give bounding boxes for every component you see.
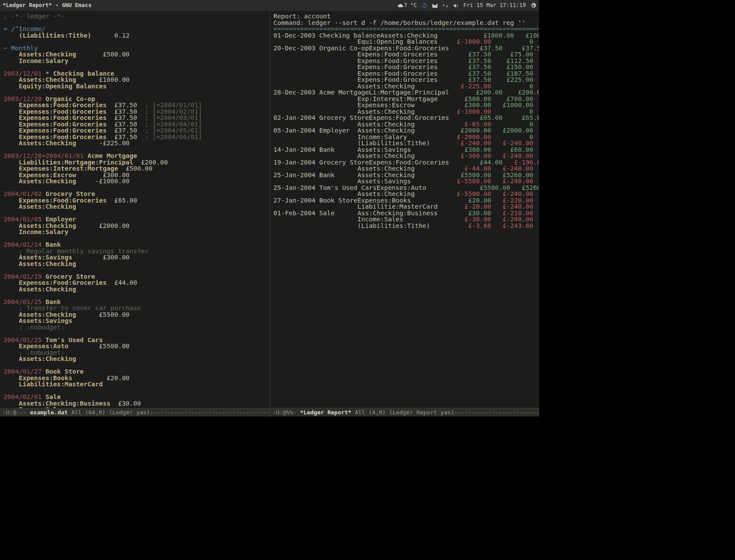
- modeline-pos: All (4,0) (Ledger Report yas): [355, 410, 454, 415]
- report-row: (Liabilities:Tithe) £-240.00 £-240.00: [273, 140, 536, 147]
- right-modeline[interactable]: -U:@%%- *Ledger Report* All (4,0) (Ledge…: [270, 408, 539, 416]
- ledger-line: ; :nobudget:: [4, 324, 266, 331]
- ledger-line: 2004/01/25 Bank: [4, 299, 266, 305]
- ledger-line: 2004/01/27 Book Store: [4, 368, 266, 375]
- ledger-line: ; Transfer to cover car purchase: [4, 305, 266, 312]
- left-modeline[interactable]: -U:@--- example.dat All (64,0) (Ledger y…: [0, 408, 270, 416]
- ledger-line: [4, 330, 266, 337]
- ledger-line: Expenses:Food:Groceries £37.50 ; [=2004/…: [4, 108, 266, 115]
- ledger-line: Assets:Checking: [4, 356, 266, 362]
- ledger-line: [4, 292, 266, 299]
- modeline-dashes: ----------------------------------------…: [150, 410, 270, 415]
- report-row: Assets:Checking £-65.00 0: [273, 121, 536, 128]
- right-buffer[interactable]: Report: accountCommand: ledger --sort d …: [270, 11, 539, 408]
- ledger-line: Assets:Checking -£1000.00: [4, 178, 266, 185]
- right-window[interactable]: Report: accountCommand: ledger --sort d …: [270, 11, 539, 416]
- ledger-line: 2003/12/20 Organic Co-op: [4, 96, 266, 102]
- ledger-line: [4, 185, 266, 191]
- ledger-line: [4, 147, 266, 153]
- modeline-prefix: -U:@---: [3, 410, 27, 415]
- ledger-line: Expenses:Auto £5500.00: [4, 343, 266, 350]
- left-buffer[interactable]: ; -*- ledger -*-= /^Income/ (Liabilities…: [0, 11, 270, 408]
- volume-icon[interactable]: [453, 3, 459, 9]
- ledger-line: Assets:Checking £500.00: [4, 51, 266, 58]
- ledger-line: 2004/01/02 Grocery Store: [4, 191, 266, 197]
- clock[interactable]: Fri 15 Mar 17:11:19: [463, 3, 526, 8]
- report-row: 01-Feb-2004 Sale Ass:Checking:Business £…: [273, 210, 536, 217]
- ledger-line: Income:Salary: [4, 58, 266, 64]
- report-row: 14-Jan-2004 Bank Assets:Savings £300.00 …: [273, 147, 536, 153]
- ledger-line: [4, 235, 266, 242]
- report-row: 25-Jan-2004 Bank Assets:Checking £5500.0…: [273, 172, 536, 178]
- ledger-line: [4, 210, 266, 217]
- ledger-line: Assets:Checking: [4, 203, 266, 210]
- ledger-line: Expenses:Books £20.00: [4, 375, 266, 382]
- ledger-line: Expenses:Food:Groceries £37.50 ; [=2004/…: [4, 134, 266, 140]
- emacs-frame: ; -*- ledger -*-= /^Income/ (Liabilities…: [0, 11, 539, 416]
- ledger-line: [4, 267, 266, 273]
- report-row: Liabilitie:MasterCard £-20.00 £-240.00: [273, 203, 536, 210]
- report-row: Assets:Checking £-225.00 0: [273, 83, 536, 90]
- ledger-line: 2003/12/28=2004/01/01 Acme Mortgage: [4, 153, 266, 159]
- ledger-line: 2004/01/19 Grocery Store: [4, 273, 266, 280]
- ledger-line: Equity:Opening Balances: [4, 83, 266, 90]
- mail-icon[interactable]: [432, 3, 438, 9]
- modeline-prefix: -U:@%%-: [273, 410, 297, 415]
- report-row: Expens:Food:Groceries £37.50 £112.50: [273, 58, 536, 64]
- ledger-line: [4, 388, 266, 394]
- report-row: Expens:Food:Groceries £37.50 £150.00: [273, 64, 536, 70]
- ledger-line: Liabilities:MasterCard: [4, 381, 266, 388]
- modeline-buffer-name: example.dat: [27, 410, 71, 415]
- ledger-line: 2004/01/25 Tom's Used Cars: [4, 337, 266, 343]
- ledger-line: Assets:Checking: [4, 286, 266, 293]
- desktop-panel: *Ledger Report* - GNU Emacs 7 °C Fri 15 …: [0, 0, 539, 11]
- ledger-line: ; -*- ledger -*-: [4, 13, 266, 20]
- weather-indicator[interactable]: 7 °C: [398, 3, 417, 9]
- left-window[interactable]: ; -*- ledger -*-= /^Income/ (Liabilities…: [0, 11, 270, 416]
- report-header: Command: ledger --sort d -f /home/borbus…: [273, 20, 536, 26]
- ledger-line: Assets:Checking £1000.00: [4, 77, 266, 83]
- refresh-icon[interactable]: [421, 3, 427, 9]
- ledger-line: Expenses:Food:Groceries £37.50 ; [=2004/…: [4, 127, 266, 134]
- ledger-line: Assets:Checking £5500.00: [4, 312, 266, 318]
- ledger-line: [4, 89, 266, 96]
- modeline-pos: All (64,0) (Ledger yas): [71, 410, 150, 415]
- report-row: Expens:Food:Groceries £37.50 £75.00: [273, 51, 536, 58]
- report-row: Expens:Food:Groceries £37.50 £187.50: [273, 70, 536, 77]
- report-row: 25-Jan-2004 Tom's Used CarsExpenses:Auto…: [273, 185, 536, 191]
- ledger-line: Expenses:Food:Groceries £37.50 ; [=2004/…: [4, 102, 266, 108]
- report-row: 19-Jan-2004 Grocery StoreExpens:Food:Gro…: [273, 159, 536, 166]
- report-rule: ========================================…: [273, 26, 536, 32]
- report-row: 01-Dec-2003 Checking balanceAssets:Check…: [273, 32, 536, 39]
- report-row: Expenses:Escrow £300.00 £1000.00: [273, 102, 536, 108]
- ledger-line: Expenses:Food:Groceries £44.00: [4, 280, 266, 286]
- system-tray[interactable]: 7 °C Fri 15 Mar 17:11:19: [398, 3, 536, 9]
- ledger-line: Expenses:Food:Groceries £37.50 ; [=2004/…: [4, 121, 266, 128]
- report-row: Assets:Checking £-44.00 £-240.00: [273, 165, 536, 172]
- ledger-line: Assets:Checking:Business £30.00: [4, 400, 266, 407]
- ledger-line: ; :nobudget:: [4, 350, 266, 356]
- ledger-line: = /^Income/: [4, 26, 266, 32]
- ledger-line: Liabilities:Mortgage:Principal £200.00: [4, 159, 266, 166]
- report-row: Assets:Savings £-5500.00 £-240.00: [273, 178, 536, 185]
- report-row: Exp:Interest:Mortgage £500.00 £700.00: [273, 96, 536, 102]
- ledger-line: [4, 362, 266, 369]
- report-row: 20-Dec-2003 Organic Co-opExpens:Food:Gro…: [273, 45, 536, 52]
- report-row: Expens:Food:Groceries £37.50 £225.00: [273, 77, 536, 83]
- network-icon[interactable]: [442, 3, 448, 9]
- ledger-line: (Liabilities:Tithe) 0.12: [4, 32, 266, 39]
- ledger-line: Assets:Checking £2000.00: [4, 223, 266, 229]
- ledger-line: Income:Salary: [4, 229, 266, 235]
- ledger-line: ; Regular monthly savings transfer: [4, 248, 266, 255]
- report-row: 02-Jan-2004 Grocery StoreExpens:Food:Gro…: [273, 115, 536, 121]
- report-row: Assets:Checking £-5500.00 £-240.00: [273, 191, 536, 197]
- report-row: (Liabilities:Tithe) £-3.60 £-243.60: [273, 223, 536, 229]
- gear-icon[interactable]: [530, 3, 536, 9]
- ledger-line: Expenses:Food:Groceries £65.00: [4, 197, 266, 204]
- window-title: *Ledger Report* - GNU Emacs: [3, 3, 91, 8]
- ledger-line: Expenses:Escrow £300.00: [4, 172, 266, 178]
- report-row: Assets:Checking £-1000.00 0: [273, 108, 536, 115]
- modeline-dashes: ----------------------------------------…: [454, 410, 539, 415]
- ledger-line: Assets:Checking: [4, 261, 266, 267]
- ledger-line: 2004/01/14 Bank: [4, 242, 266, 248]
